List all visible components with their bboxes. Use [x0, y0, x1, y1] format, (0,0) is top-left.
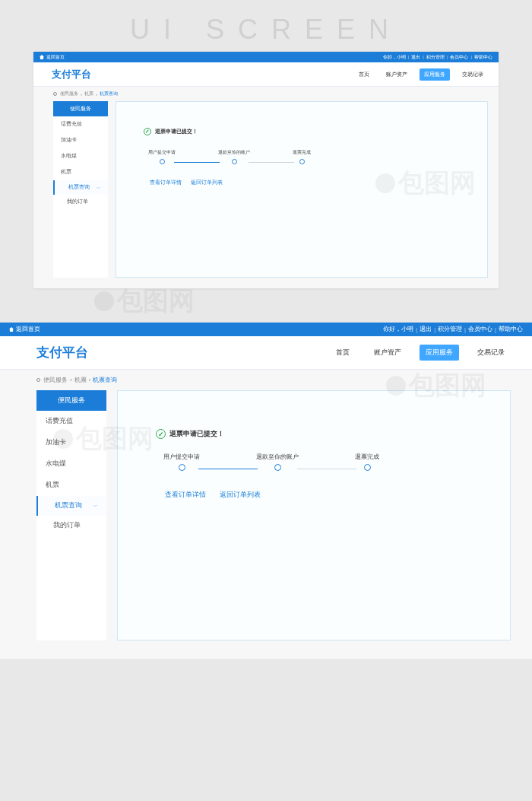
step-dot-icon [232, 159, 237, 164]
crumb-b[interactable]: 机票 [84, 91, 93, 97]
nav-transactions[interactable]: 交易记录 [458, 68, 488, 81]
step-label: 用户提交申请 [148, 149, 176, 156]
sidebar-sub-my-orders[interactable]: 我的订单 [53, 195, 108, 209]
topbar: 返回首页 你好，小明 | 退出 | 积分管理 | 会员中心 | 帮助中心 [0, 323, 532, 336]
sidebar-head: 便民服务 [53, 101, 108, 116]
header: 支付平台 首页 账户资产 应用服务 交易记录 [33, 62, 499, 87]
sidebar-head: 便民服务 [36, 390, 106, 411]
chevron-down-icon: ﹀ [97, 186, 100, 190]
success-check-icon: ✓ [156, 429, 166, 439]
sidebar-item-fuel[interactable]: 加油卡 [53, 132, 108, 148]
back-to-order-list-link[interactable]: 返回订单列表 [220, 491, 261, 500]
header: 支付平台 首页 账户资产 应用服务 交易记录 [0, 336, 532, 370]
person-icon [36, 378, 40, 382]
sidebar: 便民服务 话费充值 加油卡 水电煤 机票 机票查询 ﹀ 我的订单 [53, 101, 108, 278]
sidebar-sub-label: 机票查询 [55, 501, 82, 510]
nav-home[interactable]: 首页 [354, 68, 374, 81]
sidebar-item-fuel[interactable]: 加油卡 [36, 432, 106, 453]
breadcrumb: 便民服务 › 机票 › 机票查询 [0, 370, 532, 390]
nav-assets[interactable]: 账户资产 [382, 68, 412, 81]
nav-transactions[interactable]: 交易记录 [471, 345, 511, 361]
brand-logo[interactable]: 支付平台 [52, 68, 91, 81]
topbar-link[interactable]: 积分管理 [438, 326, 462, 333]
step-connector [174, 162, 220, 163]
crumb-a[interactable]: 便民服务 [60, 91, 78, 97]
status-text: 退票申请已提交！ [155, 128, 198, 135]
crumb-a[interactable]: 便民服务 [43, 376, 68, 384]
step-3: 退票完成 [355, 453, 379, 471]
sidebar-sub-flight-query[interactable]: 机票查询 ﹀ [36, 496, 106, 516]
step-connector [297, 469, 356, 469]
step-label: 退款至你的账户 [256, 453, 299, 461]
crumb-b[interactable]: 机票 [74, 376, 87, 384]
step-label: 退票完成 [293, 149, 311, 156]
topbar-link[interactable]: 会员中心 [468, 326, 492, 333]
topbar: 返回首页 你好，小明 | 退出 | 积分管理 | 会员中心 | 帮助中心 [33, 52, 499, 62]
crumb-c: 机票查询 [100, 91, 118, 97]
sidebar-item-flight[interactable]: 机票 [36, 475, 106, 496]
step-dot-icon [364, 464, 371, 471]
step-1: 用户提交申请 [148, 149, 176, 164]
home-icon [9, 327, 14, 332]
topbar-link[interactable]: 帮助中心 [499, 326, 523, 333]
mockup-small: 返回首页 你好，小明 | 退出 | 积分管理 | 会员中心 | 帮助中心 支付平… [33, 52, 499, 288]
crumb-sep: › [81, 92, 82, 97]
crumb-sep: › [96, 92, 97, 97]
page-title: UI SCREEN [0, 0, 532, 52]
sidebar-sub-flight-query[interactable]: 机票查询 ﹀ [53, 180, 108, 195]
sidebar-sub-my-orders[interactable]: 我的订单 [36, 516, 106, 536]
crumb-sep: › [89, 377, 91, 383]
topbar-link[interactable]: 积分管理 [426, 54, 445, 61]
sidebar-item-utility[interactable]: 水电煤 [36, 453, 106, 475]
nav-services[interactable]: 应用服务 [420, 68, 450, 81]
topbar-greeting: 你好，小明 [383, 54, 406, 61]
sidebar: 便民服务 话费充值 加油卡 水电煤 机票 机票查询 ﹀ 我的订单 [36, 390, 106, 640]
topbar-logout[interactable]: 退出 [411, 54, 420, 61]
sidebar-item-phone[interactable]: 话费充值 [36, 411, 106, 432]
crumb-sep: › [70, 377, 72, 383]
mockup-large: 返回首页 你好，小明 | 退出 | 积分管理 | 会员中心 | 帮助中心 支付平… [0, 323, 532, 659]
step-1: 用户提交申请 [163, 453, 200, 471]
step-dot-icon [179, 464, 185, 471]
topbar-link[interactable]: 会员中心 [450, 54, 468, 61]
crumb-c: 机票查询 [93, 376, 117, 384]
nav-services[interactable]: 应用服务 [420, 345, 459, 361]
topbar-logout[interactable]: 退出 [420, 326, 432, 333]
step-connector [198, 469, 258, 469]
step-dot-icon [160, 159, 165, 164]
person-icon [53, 92, 57, 96]
sidebar-sub-label: 我的订单 [67, 199, 88, 205]
chevron-down-icon: ﹀ [93, 504, 97, 508]
progress-steps: 用户提交申请 退款至你的账户 退票完成 [148, 146, 472, 164]
step-dot-icon [274, 464, 281, 471]
topbar-home[interactable]: 返回首页 [46, 54, 65, 61]
nav-assets[interactable]: 账户资产 [368, 345, 407, 361]
status-text: 退票申请已提交！ [169, 429, 224, 439]
brand-logo[interactable]: 支付平台 [36, 344, 88, 361]
main-nav: 首页 账户资产 应用服务 交易记录 [354, 68, 488, 81]
step-3: 退票完成 [293, 149, 311, 164]
step-dot-icon [299, 159, 305, 164]
view-order-details-link[interactable]: 查看订单详情 [150, 180, 182, 186]
view-order-details-link[interactable]: 查看订单详情 [165, 491, 206, 500]
step-label: 用户提交申请 [163, 453, 200, 461]
sidebar-item-flight[interactable]: 机票 [53, 164, 108, 180]
sidebar-item-utility[interactable]: 水电煤 [53, 148, 108, 164]
sidebar-item-phone[interactable]: 话费充值 [53, 116, 108, 132]
topbar-greeting: 你好，小明 [383, 326, 413, 333]
topbar-home[interactable]: 返回首页 [16, 326, 40, 333]
step-connector [249, 162, 294, 163]
nav-home[interactable]: 首页 [330, 345, 356, 361]
sidebar-sub-label: 机票查询 [68, 184, 90, 191]
step-2: 退款至你的账户 [218, 149, 250, 164]
success-check-icon: ✓ [144, 128, 151, 135]
sidebar-sub-label: 我的订单 [53, 521, 81, 530]
step-2: 退款至你的账户 [256, 453, 299, 471]
topbar-link[interactable]: 帮助中心 [474, 54, 492, 61]
back-to-order-list-link[interactable]: 返回订单列表 [191, 180, 223, 186]
main-nav: 首页 账户资产 应用服务 交易记录 [330, 345, 511, 361]
progress-steps: 用户提交申请 退款至你的账户 退票完成 [163, 450, 489, 471]
main-panel: ✓ 退票申请已提交！ 用户提交申请 退款至你的账户 退票完成 [117, 390, 511, 640]
breadcrumb: 便民服务 › 机票 › 机票查询 [33, 87, 499, 101]
home-icon [40, 55, 44, 59]
